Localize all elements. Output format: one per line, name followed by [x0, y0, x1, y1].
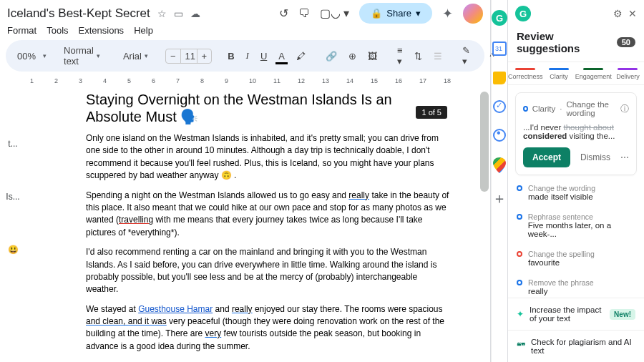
move-icon[interactable]: ▭	[174, 8, 183, 19]
history-icon[interactable]: ↺	[279, 6, 288, 20]
clarity-dot-icon	[517, 214, 522, 220]
decrease-fontsize-button[interactable]: −	[166, 49, 180, 63]
clarity-dot-icon	[517, 280, 522, 285]
accept-button[interactable]: Accept	[523, 147, 570, 167]
menu-format[interactable]: Format	[7, 25, 36, 36]
settings-icon[interactable]: ⚙	[613, 8, 623, 19]
suggestion-count-badge: 50	[617, 37, 635, 47]
grammarly-tabs: Correctness Clarity Engagement Delivery	[508, 62, 644, 85]
tab-engagement[interactable]: Engagement	[575, 62, 612, 84]
document-page[interactable]: 1 of 5 Staying Overnight on the Westman …	[26, 89, 490, 362]
sparkle-icon: ✦	[517, 309, 524, 319]
meet-icon[interactable]: ▢◡ ▾	[320, 6, 349, 20]
doc-title[interactable]: Iceland's Best-Kept Secret	[7, 6, 150, 21]
suggestion-clarity[interactable]: really	[232, 304, 253, 314]
outline-rail: t... Is... 😃	[0, 89, 26, 362]
outline-item[interactable]: t...	[8, 139, 17, 149]
tab-correctness[interactable]: Correctness	[508, 62, 543, 84]
star-icon[interactable]: ☆	[157, 8, 167, 19]
align-button[interactable]: ≡ ▾	[393, 42, 407, 69]
docs-editor: Iceland's Best-Kept Secret ☆ ▭ ☁ ↺ 🗨 ▢◡ …	[0, 0, 491, 362]
contacts-icon[interactable]	[493, 129, 506, 142]
tasks-icon[interactable]	[493, 100, 506, 113]
suggestion-mini[interactable]: Change the wordingmade itself visible	[515, 181, 637, 204]
gemini-icon[interactable]: ✦	[442, 6, 453, 21]
highlight-button[interactable]: 🖍	[292, 48, 310, 64]
tab-delivery[interactable]: Delivery	[612, 62, 644, 84]
paragraph: I'd also recommend renting a car on the …	[86, 246, 450, 296]
zoom-label[interactable]: 00%	[13, 48, 40, 64]
calendar-icon[interactable]	[492, 41, 507, 56]
insert-comment-button[interactable]: ⊕	[344, 48, 361, 64]
scrollbar[interactable]	[480, 92, 489, 192]
increase-fontsize-button[interactable]: +	[197, 49, 212, 63]
insert-image-button[interactable]: 🖼	[364, 48, 381, 64]
toolbar: 00%▾ Normal text▾ Arial▾ − 11 + B I U A …	[6, 40, 484, 72]
suggestion-mini[interactable]: Rephrase sentenceFive months later, on a…	[515, 210, 637, 241]
heading: Staying Overnight on the Westman Islands…	[86, 92, 450, 125]
grammarly-title: Review suggestions 50	[508, 27, 644, 62]
lock-icon: 🔒	[371, 8, 382, 19]
suggestion-text: ...I'd never thought about considered vi…	[523, 123, 629, 140]
font-size-stepper[interactable]: − 11 +	[165, 49, 212, 64]
text-color-button[interactable]: A	[274, 48, 289, 64]
underline-button[interactable]: U	[256, 48, 271, 64]
font-select[interactable]: Arial▾	[117, 49, 154, 64]
page-indicator: 1 of 5	[416, 106, 447, 119]
share-label: Share	[386, 8, 411, 19]
outline-emoji[interactable]: 😃	[8, 245, 19, 255]
hyperlink[interactable]: Guesthouse Hamar	[138, 304, 213, 314]
line-spacing-button[interactable]: ⇅	[410, 48, 426, 64]
suggestion-mini[interactable]: Change the spellingfavourite	[515, 247, 637, 270]
paragraph: Only one island on the Westman Islands i…	[86, 132, 450, 182]
grammarly-panel: G ⚙ ✕ Review suggestions 50 Correctness …	[507, 0, 644, 362]
suggestion-clarity[interactable]: really	[348, 190, 369, 200]
header-actions: ↺ 🗨 ▢◡ ▾ 🔒 Share ▾ ✦	[279, 3, 483, 24]
account-avatar[interactable]	[463, 4, 483, 24]
ruler: 1 2 3 4 5 6 7 8 9 10 11 12 13 14 15 16 1…	[0, 76, 490, 89]
menu-tools[interactable]: Tools	[47, 25, 68, 36]
cloud-status-icon[interactable]: ☁	[190, 8, 200, 19]
info-icon[interactable]: ⓘ	[620, 104, 629, 114]
comments-icon[interactable]: 🗨	[298, 7, 310, 20]
menu-help[interactable]: Help	[134, 25, 153, 36]
paragraph: Spending a night on the Westman Islands …	[86, 190, 450, 240]
grammarly-toggle-icon[interactable]: G	[492, 10, 507, 26]
google-side-panel: G ＋	[491, 0, 507, 362]
outline-item[interactable]: Is...	[6, 192, 19, 202]
checklist-button[interactable]: ☰	[429, 48, 447, 64]
paragraph-style-select[interactable]: Normal text▾	[58, 43, 106, 69]
dismiss-button[interactable]: Dismiss	[580, 152, 610, 162]
correctness-dot-icon	[517, 251, 522, 257]
suggestion-mini[interactable]: Remove the phrasereally	[515, 275, 637, 298]
editing-mode-button[interactable]: ✎ ▾	[458, 42, 474, 69]
insert-link-button[interactable]: 🔗	[321, 48, 341, 64]
clarity-dot-icon	[517, 185, 522, 191]
keep-icon[interactable]	[493, 72, 506, 84]
grammarly-footer-plagiarism[interactable]: ❝❞ Check for plagiarism and AI text	[508, 330, 644, 362]
maps-icon[interactable]	[493, 157, 506, 173]
grammarly-logo-icon: G	[515, 6, 531, 21]
suggestion-clarity[interactable]: very	[205, 328, 222, 338]
paragraph: We stayed at Guesthouse Hamar and really…	[86, 303, 450, 353]
suggestion-category: Clarity	[532, 104, 556, 113]
suggestion-correctness[interactable]: travelling	[119, 215, 153, 225]
bold-button[interactable]: B	[223, 48, 238, 64]
suggestion-hint: Change the wording	[566, 100, 616, 117]
grammarly-footer-impact[interactable]: ✦ Increase the impact of your text New!	[508, 298, 644, 330]
more-icon[interactable]: ⋯	[620, 152, 629, 162]
chevron-down-icon: ▾	[416, 8, 421, 19]
italic-button[interactable]: I	[242, 47, 253, 64]
suggestion-card[interactable]: Clarity · Change the wording ⓘ ...I'd ne…	[515, 92, 637, 175]
menu-extensions[interactable]: Extensions	[79, 25, 125, 36]
quotes-icon: ❝❞	[517, 341, 525, 351]
font-size-value[interactable]: 11	[180, 49, 197, 63]
get-addons-icon[interactable]: ＋	[492, 189, 507, 208]
suggestion-clarity[interactable]: and clean, and it was	[86, 316, 167, 326]
tab-clarity[interactable]: Clarity	[543, 62, 575, 84]
new-badge: New!	[610, 309, 635, 320]
grammarly-suggestions: Clarity · Change the wording ⓘ ...I'd ne…	[508, 85, 644, 298]
docs-titlebar: Iceland's Best-Kept Secret ☆ ▭ ☁ ↺ 🗨 ▢◡ …	[0, 0, 490, 24]
share-button[interactable]: 🔒 Share ▾	[359, 3, 432, 24]
close-icon[interactable]: ✕	[628, 8, 637, 19]
